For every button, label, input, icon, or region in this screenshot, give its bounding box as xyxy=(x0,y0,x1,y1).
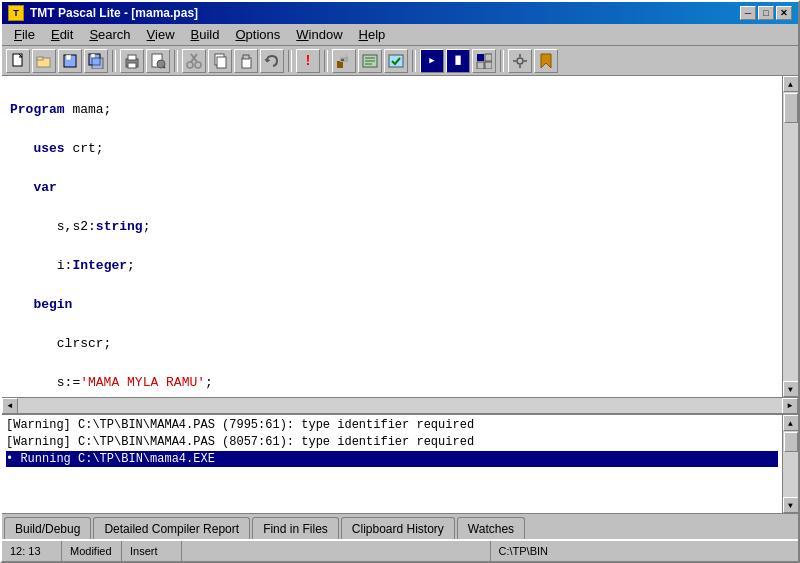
editor-scrollbar-vertical[interactable]: ▲ ▼ xyxy=(782,76,798,397)
code-content: Program mama; uses crt; var s,s2:string;… xyxy=(2,76,782,397)
toolbar-sep4 xyxy=(324,50,328,72)
svg-rect-31 xyxy=(477,54,484,61)
tab-watches[interactable]: Watches xyxy=(457,517,525,539)
restore-button[interactable]: □ xyxy=(758,6,774,20)
toolbar-run[interactable]: ! xyxy=(296,49,320,73)
status-bar: 12: 13 Modified Insert C:\TP\BIN xyxy=(2,539,798,561)
svg-rect-33 xyxy=(477,62,484,69)
output-line-1: [Warning] C:\TP\BIN\MAMA4.PAS (7995:61):… xyxy=(6,417,778,434)
svg-rect-24 xyxy=(341,59,344,61)
toolbar-sep5 xyxy=(412,50,416,72)
toolbar-bookmark[interactable] xyxy=(534,49,558,73)
svg-rect-4 xyxy=(66,55,71,60)
output-scroll-up[interactable]: ▲ xyxy=(783,415,799,431)
toolbar-print[interactable] xyxy=(120,49,144,73)
toolbar-debug1[interactable]: ▶ xyxy=(420,49,444,73)
status-insert: Insert xyxy=(122,541,182,561)
status-modified: Modified xyxy=(62,541,122,561)
output-content: [Warning] C:\TP\BIN\MAMA4.PAS (7995:61):… xyxy=(2,415,798,513)
title-bar-left: T TMT Pascal Lite - [mama.pas] xyxy=(8,5,198,21)
menu-search[interactable]: Search xyxy=(81,25,138,44)
toolbar-compile[interactable] xyxy=(358,49,382,73)
svg-point-35 xyxy=(517,58,523,64)
menu-bar: File Edit Search View Build Options Wind… xyxy=(2,24,798,46)
scroll-up-button[interactable]: ▲ xyxy=(783,76,799,92)
menu-window[interactable]: Window xyxy=(288,25,350,44)
menu-build[interactable]: Build xyxy=(183,25,228,44)
svg-rect-34 xyxy=(485,62,492,69)
output-scroll-down[interactable]: ▼ xyxy=(783,497,799,513)
toolbar-save[interactable] xyxy=(58,49,82,73)
output-panel: [Warning] C:\TP\BIN\MAMA4.PAS (7995:61):… xyxy=(2,413,798,513)
toolbar-paste[interactable] xyxy=(234,49,258,73)
menu-help[interactable]: Help xyxy=(351,25,394,44)
svg-rect-7 xyxy=(92,58,103,69)
scroll-down-button[interactable]: ▼ xyxy=(783,381,799,397)
svg-rect-30 xyxy=(389,55,403,67)
toolbar-makeall[interactable] xyxy=(384,49,408,73)
scroll-right-button[interactable]: ► xyxy=(782,398,798,414)
toolbar-undo[interactable] xyxy=(260,49,284,73)
editor-scroll-area: Program mama; uses crt; var s,s2:string;… xyxy=(2,76,782,397)
toolbar-debug3[interactable] xyxy=(472,49,496,73)
svg-rect-32 xyxy=(485,54,492,61)
window-title: TMT Pascal Lite - [mama.pas] xyxy=(30,6,198,20)
toolbar-new[interactable] xyxy=(6,49,30,73)
output-line-2: [Warning] C:\TP\BIN\MAMA4.PAS (8057:61):… xyxy=(6,434,778,451)
scroll-h-track[interactable] xyxy=(18,398,782,414)
output-scrollbar-vertical[interactable]: ▲ ▼ xyxy=(782,415,798,513)
toolbar-sep2 xyxy=(174,50,178,72)
toolbar-build[interactable] xyxy=(332,49,356,73)
menu-file[interactable]: File xyxy=(6,25,43,44)
svg-marker-40 xyxy=(541,54,551,68)
menu-edit[interactable]: Edit xyxy=(43,25,81,44)
title-controls: ─ □ ✕ xyxy=(740,6,792,20)
editor-container[interactable]: Program mama; uses crt; var s,s2:string;… xyxy=(2,76,798,397)
svg-rect-19 xyxy=(217,57,226,68)
svg-rect-6 xyxy=(91,54,95,58)
main-window: T TMT Pascal Lite - [mama.pas] ─ □ ✕ Fil… xyxy=(0,0,800,563)
toolbar-sep3 xyxy=(288,50,292,72)
output-scroll-thumb[interactable] xyxy=(784,432,798,452)
svg-rect-10 xyxy=(128,63,136,68)
editor-main: Program mama; uses crt; var s,s2:string;… xyxy=(2,76,798,413)
toolbar-debug2[interactable]: ▐▌ xyxy=(446,49,470,73)
status-empty xyxy=(182,541,491,561)
tab-compiler-report[interactable]: Detailed Compiler Report xyxy=(93,517,250,539)
close-button[interactable]: ✕ xyxy=(776,6,792,20)
toolbar-settings[interactable] xyxy=(508,49,532,73)
tabs-bar: Build/Debug Detailed Compiler Report Fin… xyxy=(2,513,798,539)
tab-clipboard-history[interactable]: Clipboard History xyxy=(341,517,455,539)
output-line-3[interactable]: Running C:\TP\BIN\mama4.EXE xyxy=(6,451,778,468)
scroll-track[interactable] xyxy=(783,92,799,381)
toolbar-cut[interactable] xyxy=(182,49,206,73)
output-scroll-track[interactable] xyxy=(783,431,799,497)
scroll-left-button[interactable]: ◄ xyxy=(2,398,18,414)
menu-options[interactable]: Options xyxy=(227,25,288,44)
toolbar-open[interactable] xyxy=(32,49,56,73)
svg-rect-2 xyxy=(37,57,43,60)
toolbar-copy[interactable] xyxy=(208,49,232,73)
toolbar-sep1 xyxy=(112,50,116,72)
menu-view[interactable]: View xyxy=(139,25,183,44)
svg-rect-9 xyxy=(128,55,136,60)
scroll-thumb[interactable] xyxy=(784,93,798,123)
svg-line-13 xyxy=(163,66,165,68)
toolbar-saveall[interactable] xyxy=(84,49,108,73)
status-position: 12: 13 xyxy=(2,541,62,561)
output-text: [Warning] C:\TP\BIN\MAMA4.PAS (7995:61):… xyxy=(2,415,782,513)
tab-find-in-files[interactable]: Find in Files xyxy=(252,517,339,539)
svg-rect-22 xyxy=(337,61,343,68)
svg-point-16 xyxy=(187,62,193,68)
editor-scrollbar-horizontal[interactable]: ◄ ► xyxy=(2,397,798,413)
toolbar-preview[interactable] xyxy=(146,49,170,73)
status-path: C:\TP\BIN xyxy=(491,541,799,561)
app-icon: T xyxy=(8,5,24,21)
editor-area: Program mama; uses crt; var s,s2:string;… xyxy=(2,76,798,561)
svg-rect-21 xyxy=(243,55,249,59)
editor-inner: Program mama; uses crt; var s,s2:string;… xyxy=(2,76,798,413)
minimize-button[interactable]: ─ xyxy=(740,6,756,20)
svg-point-17 xyxy=(195,62,201,68)
tab-build-debug[interactable]: Build/Debug xyxy=(4,517,91,539)
title-bar: T TMT Pascal Lite - [mama.pas] ─ □ ✕ xyxy=(2,2,798,24)
